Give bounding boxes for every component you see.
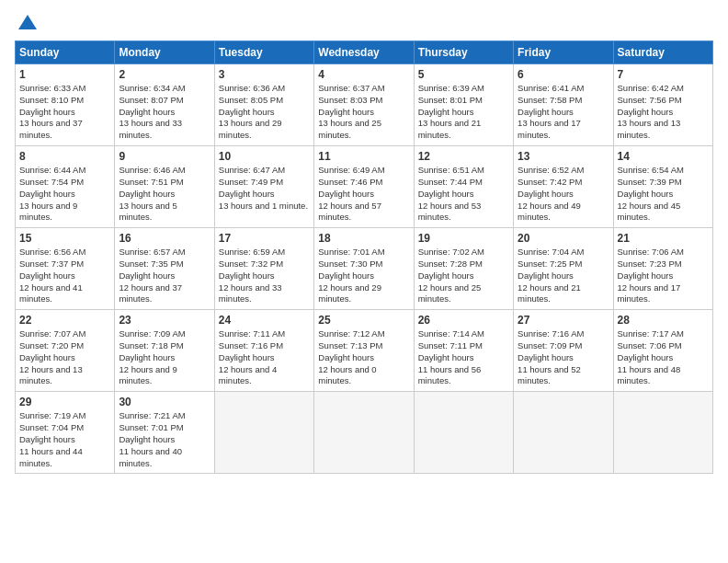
day-info: Sunrise: 6:59 AMSunset: 7:32 PMDaylight … (219, 247, 310, 305)
day-number: 27 (518, 314, 609, 327)
calendar-cell: 10Sunrise: 6:47 AMSunset: 7:49 PMDayligh… (214, 146, 313, 228)
calendar-cell: 30Sunrise: 7:21 AMSunset: 7:01 PMDayligh… (115, 392, 214, 474)
calendar-row-5: 29Sunrise: 7:19 AMSunset: 7:04 PMDayligh… (16, 392, 713, 474)
calendar-cell: 28Sunrise: 7:17 AMSunset: 7:06 PMDayligh… (613, 310, 712, 392)
day-number: 21 (618, 232, 709, 245)
day-info: Sunrise: 7:17 AMSunset: 7:06 PMDaylight … (618, 328, 709, 387)
logo-icon (17, 11, 39, 33)
calendar-cell: 23Sunrise: 7:09 AMSunset: 7:18 PMDayligh… (115, 310, 214, 392)
calendar-cell: 21Sunrise: 7:06 AMSunset: 7:23 PMDayligh… (613, 228, 712, 310)
calendar-row-2: 8Sunrise: 6:44 AMSunset: 7:54 PMDaylight… (16, 146, 713, 228)
day-number: 3 (219, 68, 310, 81)
day-number: 14 (618, 150, 709, 163)
calendar-cell: 8Sunrise: 6:44 AMSunset: 7:54 PMDaylight… (16, 146, 115, 228)
day-info: Sunrise: 7:16 AMSunset: 7:09 PMDaylight … (518, 328, 609, 387)
header-sunday: Sunday (16, 41, 115, 64)
calendar-cell: 17Sunrise: 6:59 AMSunset: 7:32 PMDayligh… (214, 228, 313, 310)
day-number: 26 (418, 314, 509, 327)
calendar-cell: 11Sunrise: 6:49 AMSunset: 7:46 PMDayligh… (314, 146, 414, 228)
day-info: Sunrise: 7:01 AMSunset: 7:30 PMDaylight … (318, 247, 409, 305)
day-number: 16 (119, 232, 210, 245)
calendar-row-4: 22Sunrise: 7:07 AMSunset: 7:20 PMDayligh… (16, 310, 713, 392)
day-number: 23 (119, 314, 210, 327)
calendar-cell: 3Sunrise: 6:36 AMSunset: 8:05 PMDaylight… (214, 64, 313, 146)
header-tuesday: Tuesday (214, 41, 313, 64)
day-info: Sunrise: 6:56 AMSunset: 7:37 PMDaylight … (19, 247, 110, 305)
day-info: Sunrise: 6:41 AMSunset: 7:58 PMDaylight … (518, 83, 609, 142)
calendar-cell: 19Sunrise: 7:02 AMSunset: 7:28 PMDayligh… (414, 228, 513, 310)
day-number: 30 (119, 396, 210, 408)
day-info: Sunrise: 6:42 AMSunset: 7:56 PMDaylight … (618, 83, 709, 142)
day-number: 12 (418, 150, 509, 163)
day-number: 8 (19, 150, 110, 163)
day-info: Sunrise: 6:52 AMSunset: 7:42 PMDaylight … (518, 165, 609, 224)
day-info: Sunrise: 6:37 AMSunset: 8:03 PMDaylight … (318, 83, 409, 142)
day-info: Sunrise: 7:14 AMSunset: 7:11 PMDaylight … (418, 328, 509, 387)
day-number: 13 (518, 150, 609, 163)
calendar-cell (314, 392, 414, 474)
calendar-cell: 2Sunrise: 6:34 AMSunset: 8:07 PMDaylight… (115, 64, 214, 146)
header-monday: Monday (115, 41, 214, 64)
day-number: 10 (219, 150, 310, 163)
day-info: Sunrise: 7:09 AMSunset: 7:18 PMDaylight … (119, 328, 210, 387)
calendar-cell: 22Sunrise: 7:07 AMSunset: 7:20 PMDayligh… (16, 310, 115, 392)
calendar-row-3: 15Sunrise: 6:56 AMSunset: 7:37 PMDayligh… (16, 228, 713, 310)
day-number: 2 (119, 68, 210, 81)
calendar-cell: 25Sunrise: 7:12 AMSunset: 7:13 PMDayligh… (314, 310, 414, 392)
svg-marker-0 (18, 15, 37, 29)
day-number: 25 (318, 314, 409, 327)
day-number: 17 (219, 232, 310, 245)
day-info: Sunrise: 6:34 AMSunset: 8:07 PMDaylight … (119, 83, 210, 142)
calendar-cell: 15Sunrise: 6:56 AMSunset: 7:37 PMDayligh… (16, 228, 115, 310)
calendar-cell (613, 392, 712, 474)
calendar-cell (214, 392, 313, 474)
header-saturday: Saturday (613, 41, 712, 64)
calendar-cell: 5Sunrise: 6:39 AMSunset: 8:01 PMDaylight… (414, 64, 513, 146)
day-number: 5 (418, 68, 509, 81)
day-number: 19 (418, 232, 509, 245)
header-wednesday: Wednesday (314, 41, 414, 64)
day-number: 18 (318, 232, 409, 245)
header-friday: Friday (514, 41, 613, 64)
calendar-cell: 16Sunrise: 6:57 AMSunset: 7:35 PMDayligh… (115, 228, 214, 310)
day-number: 22 (19, 314, 110, 327)
day-info: Sunrise: 7:07 AMSunset: 7:20 PMDaylight … (19, 328, 110, 387)
calendar-cell: 12Sunrise: 6:51 AMSunset: 7:44 PMDayligh… (414, 146, 513, 228)
day-info: Sunrise: 6:39 AMSunset: 8:01 PMDaylight … (418, 83, 509, 142)
calendar-cell: 27Sunrise: 7:16 AMSunset: 7:09 PMDayligh… (514, 310, 613, 392)
day-number: 11 (318, 150, 409, 163)
header-thursday: Thursday (414, 41, 513, 64)
day-info: Sunrise: 7:04 AMSunset: 7:25 PMDaylight … (518, 247, 609, 305)
day-info: Sunrise: 7:12 AMSunset: 7:13 PMDaylight … (318, 328, 409, 387)
day-info: Sunrise: 6:49 AMSunset: 7:46 PMDaylight … (318, 165, 409, 224)
day-number: 28 (618, 314, 709, 327)
calendar-cell: 6Sunrise: 6:41 AMSunset: 7:58 PMDaylight… (514, 64, 613, 146)
day-number: 9 (119, 150, 210, 163)
day-number: 1 (19, 68, 110, 81)
day-number: 15 (19, 232, 110, 245)
header (15, 15, 713, 33)
calendar-cell: 7Sunrise: 6:42 AMSunset: 7:56 PMDaylight… (613, 64, 712, 146)
calendar-cell: 18Sunrise: 7:01 AMSunset: 7:30 PMDayligh… (314, 228, 414, 310)
day-number: 24 (219, 314, 310, 327)
calendar-cell: 9Sunrise: 6:46 AMSunset: 7:51 PMDaylight… (115, 146, 214, 228)
calendar-cell: 29Sunrise: 7:19 AMSunset: 7:04 PMDayligh… (16, 392, 115, 474)
logo (15, 15, 39, 33)
day-info: Sunrise: 6:33 AMSunset: 8:10 PMDaylight … (19, 83, 110, 142)
day-info: Sunrise: 6:54 AMSunset: 7:39 PMDaylight … (618, 165, 709, 224)
calendar-cell: 26Sunrise: 7:14 AMSunset: 7:11 PMDayligh… (414, 310, 513, 392)
day-info: Sunrise: 7:21 AMSunset: 7:01 PMDaylight … (119, 410, 210, 469)
calendar-cell: 20Sunrise: 7:04 AMSunset: 7:25 PMDayligh… (514, 228, 613, 310)
calendar-cell (514, 392, 613, 474)
calendar-cell: 13Sunrise: 6:52 AMSunset: 7:42 PMDayligh… (514, 146, 613, 228)
page: Sunday Monday Tuesday Wednesday Thursday… (0, 0, 728, 488)
day-number: 4 (318, 68, 409, 81)
day-info: Sunrise: 7:02 AMSunset: 7:28 PMDaylight … (418, 247, 509, 305)
day-number: 6 (518, 68, 609, 81)
day-info: Sunrise: 6:57 AMSunset: 7:35 PMDaylight … (119, 247, 210, 305)
day-info: Sunrise: 6:36 AMSunset: 8:05 PMDaylight … (219, 83, 310, 142)
day-info: Sunrise: 7:19 AMSunset: 7:04 PMDaylight … (19, 410, 110, 469)
day-info: Sunrise: 6:46 AMSunset: 7:51 PMDaylight … (119, 165, 210, 224)
weekday-header-row: Sunday Monday Tuesday Wednesday Thursday… (16, 41, 713, 64)
calendar-cell: 4Sunrise: 6:37 AMSunset: 8:03 PMDaylight… (314, 64, 414, 146)
